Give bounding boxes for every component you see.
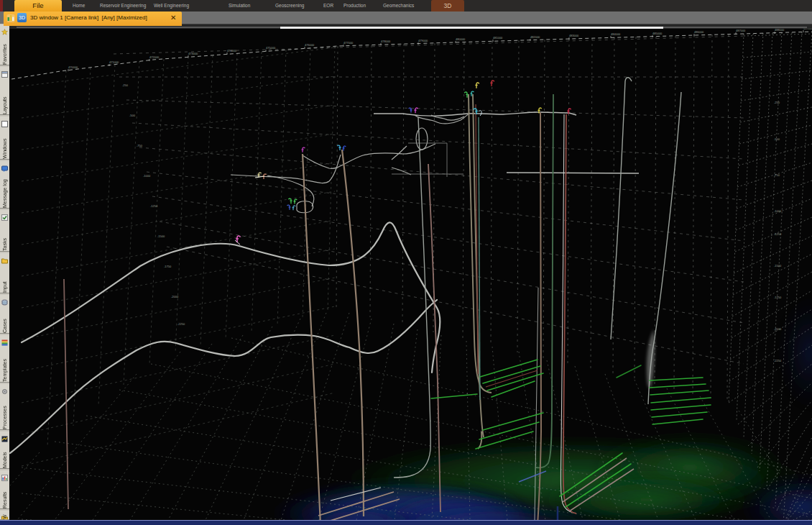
svg-text:-750: -750	[137, 144, 143, 147]
svg-text:-1750: -1750	[164, 265, 172, 268]
svg-text:-2250: -2250	[177, 322, 185, 326]
svg-text:481000: 481000	[493, 36, 503, 40]
svg-text:471000: 471000	[109, 60, 119, 64]
svg-text:475000: 475000	[266, 46, 276, 50]
svg-text:-500: -500	[774, 137, 780, 141]
svg-text:-500: -500	[129, 114, 136, 117]
svg-text:-2250: -2250	[774, 359, 782, 362]
svg-text:-250: -250	[774, 101, 780, 104]
svg-text:478000: 478000	[381, 40, 391, 43]
svg-text:-750: -750	[774, 173, 780, 177]
svg-text:-250: -250	[122, 83, 129, 87]
svg-text:472000: 472000	[149, 55, 160, 59]
svg-text:483000: 483000	[569, 34, 579, 37]
svg-text:488000: 488000	[775, 29, 785, 32]
svg-text:-2000: -2000	[774, 327, 782, 331]
svg-text:-1250: -1250	[150, 204, 158, 208]
svg-text:487000: 487000	[736, 29, 746, 32]
svg-text:486000: 486000	[694, 30, 704, 34]
svg-text:473000: 473000	[188, 52, 198, 55]
svg-text:482000: 482000	[530, 35, 540, 39]
svg-text:-1500: -1500	[157, 234, 165, 238]
svg-text:479000: 479000	[418, 39, 428, 42]
svg-text:470000: 470000	[68, 65, 78, 69]
svg-text:480000: 480000	[456, 37, 466, 41]
svg-text:484000: 484000	[611, 32, 621, 36]
svg-text:476000: 476000	[305, 43, 315, 47]
svg-text:474000: 474000	[227, 49, 237, 52]
svg-text:-1250: -1250	[774, 232, 782, 236]
svg-text:477000: 477000	[343, 41, 354, 45]
svg-text:-1500: -1500	[774, 264, 782, 268]
svg-text:-1000: -1000	[774, 209, 782, 213]
svg-text:-2000: -2000	[171, 295, 179, 298]
svg-text:-1000: -1000	[143, 174, 151, 178]
svg-text:485000: 485000	[652, 32, 663, 35]
svg-text:-1750: -1750	[774, 296, 782, 299]
svg-text:489000: 489000	[803, 29, 812, 30]
